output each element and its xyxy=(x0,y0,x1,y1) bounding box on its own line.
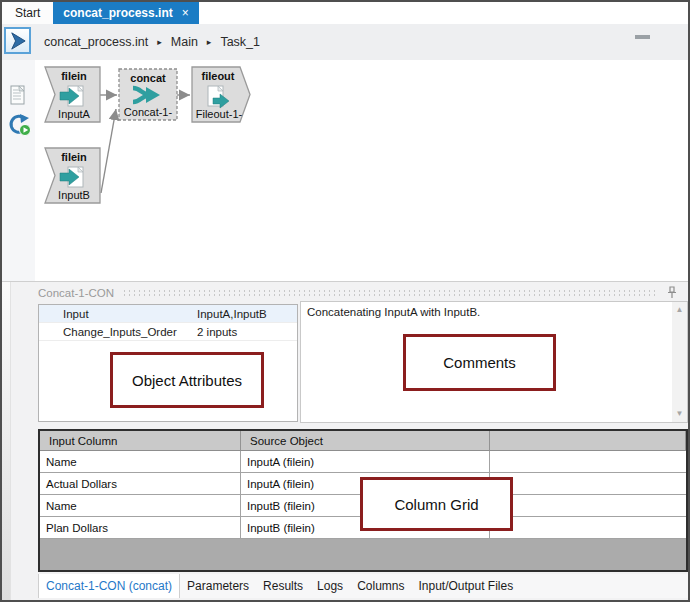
tab-logs[interactable]: Logs xyxy=(310,574,350,598)
pin-icon[interactable] xyxy=(666,286,678,300)
tab-input-output-files[interactable]: Input/Output Files xyxy=(411,574,520,598)
comments-text: Concatenating InputA with InputB. xyxy=(307,306,480,318)
scroll-down-icon[interactable]: ▼ xyxy=(676,410,684,418)
attribute-row[interactable]: Input InputA,InputB xyxy=(39,305,297,323)
tab-columns[interactable]: Columns xyxy=(350,574,411,598)
tab-results[interactable]: Results xyxy=(256,574,310,598)
tab-concat-process[interactable]: concat_process.int × xyxy=(53,2,198,24)
node-inputb[interactable]: filein InputB xyxy=(45,148,100,203)
annotation-object-attributes: Object Attributes xyxy=(110,352,264,408)
tab-concat-1-con[interactable]: Concat-1-CON (concat) xyxy=(38,574,180,598)
breadcrumb-item-main[interactable]: Main xyxy=(171,35,198,49)
run-button[interactable] xyxy=(4,27,31,54)
annotation-column-grid: Column Grid xyxy=(360,477,513,531)
comments-scrollbar[interactable]: ▲ ▼ xyxy=(672,302,687,422)
tab-parameters[interactable]: Parameters xyxy=(180,574,256,598)
node-name-label: InputA xyxy=(58,108,90,120)
grid-row[interactable]: Name InputA (filein) xyxy=(40,451,686,473)
breadcrumb: concat_process.int ▸ Main ▸ Task_1 xyxy=(44,24,260,60)
grid-cell[interactable] xyxy=(490,451,686,473)
node-type-label: concat xyxy=(130,72,166,84)
node-type-label: filein xyxy=(61,70,87,82)
chevron-right-icon: ▸ xyxy=(207,37,212,47)
node-concat[interactable]: concat Concat-1- xyxy=(119,69,177,120)
bottom-tab-bar: Concat-1-CON (concat) Parameters Results… xyxy=(38,574,688,598)
edge-inputb-to-concat[interactable] xyxy=(101,109,116,193)
node-type-label: fileout xyxy=(202,70,235,82)
grid-header-row: Input Column Source Object xyxy=(40,431,686,451)
grid-cell[interactable]: Plan Dollars xyxy=(40,517,241,539)
node-name-label: Fileout-1- xyxy=(196,108,243,120)
play-icon xyxy=(7,30,28,51)
flow-diagram: filein InputA concat Concat-1- xyxy=(2,60,688,278)
collapse-panel-icon[interactable] xyxy=(635,35,650,39)
scroll-up-icon[interactable]: ▲ xyxy=(676,306,684,314)
properties-pane: Concat-1-CON Input InputA,InputB Change_… xyxy=(2,281,688,600)
pane-header-texture[interactable] xyxy=(122,289,658,297)
breadcrumb-bar: concat_process.int ▸ Main ▸ Task_1 xyxy=(2,24,688,61)
breadcrumb-item-file[interactable]: concat_process.int xyxy=(44,35,148,49)
breadcrumb-item-task[interactable]: Task_1 xyxy=(220,35,260,49)
attribute-row[interactable]: Change_Inputs_Order 2 inputs xyxy=(39,323,297,341)
pane-header: Concat-1-CON xyxy=(38,285,678,300)
tab-concat-process-label: concat_process.int xyxy=(63,6,172,20)
attribute-value[interactable]: InputA,InputB xyxy=(197,308,297,320)
node-name-label: Concat-1- xyxy=(124,106,173,118)
process-canvas[interactable]: filein InputA concat Concat-1- xyxy=(2,60,688,281)
grid-cell[interactable] xyxy=(490,517,686,539)
grid-cell[interactable]: Name xyxy=(40,451,241,473)
annotation-comments: Comments xyxy=(403,334,556,391)
attribute-name: Change_Inputs_Order xyxy=(63,326,197,338)
document-tab-bar: Start concat_process.int × xyxy=(2,2,688,24)
attribute-value[interactable]: 2 inputs xyxy=(197,326,297,338)
app-window: Start concat_process.int × concat_proces… xyxy=(0,0,690,602)
grid-cell[interactable]: Name xyxy=(40,495,241,517)
pane-title: Concat-1-CON xyxy=(38,287,114,299)
grid-cell[interactable] xyxy=(490,473,686,495)
node-inputa[interactable]: filein InputA xyxy=(45,67,100,122)
node-type-label: filein xyxy=(61,151,87,163)
grid-header-source-object[interactable]: Source Object xyxy=(241,431,490,451)
pane-left-gutter xyxy=(2,282,11,600)
close-icon[interactable]: × xyxy=(182,7,189,19)
grid-header-input-column[interactable]: Input Column xyxy=(40,431,241,451)
attribute-name: Input xyxy=(63,308,197,320)
grid-header-empty[interactable] xyxy=(490,431,686,451)
chevron-right-icon: ▸ xyxy=(157,37,162,47)
grid-cell[interactable]: InputA (filein) xyxy=(241,451,490,473)
node-fileout[interactable]: fileout Fileout-1- xyxy=(192,67,250,122)
tab-start-label: Start xyxy=(15,6,40,20)
tab-start[interactable]: Start xyxy=(2,2,53,24)
grid-cell[interactable] xyxy=(490,495,686,517)
grid-cell[interactable]: Actual Dollars xyxy=(40,473,241,495)
node-name-label: InputB xyxy=(58,189,90,201)
